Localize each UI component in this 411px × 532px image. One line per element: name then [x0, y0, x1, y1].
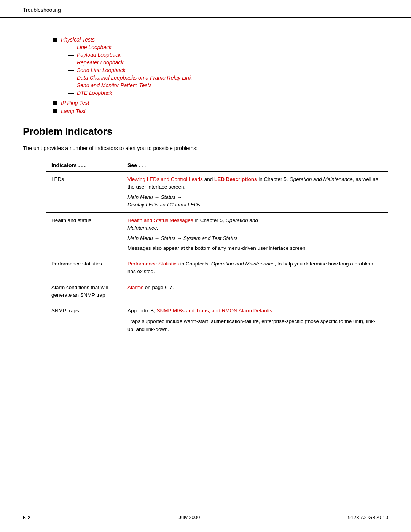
sub-list-item: — Send and Monitor Pattern Tests	[68, 82, 192, 88]
send-line-loopback-link[interactable]: Send Line Loopback	[77, 67, 126, 73]
dte-loopback-link[interactable]: DTE Loopback	[77, 90, 112, 96]
health-status-link[interactable]: Health and Status Messages	[127, 217, 193, 223]
section-heading: Problem Indicators	[23, 126, 388, 137]
dash-icon: —	[68, 90, 74, 96]
sub-list-item: — DTE Loopback	[68, 90, 192, 96]
dash-icon: —	[68, 52, 74, 58]
sub-list-item: — Line Loopback	[68, 44, 192, 50]
alarms-link[interactable]: Alarms	[127, 284, 143, 290]
sub-list-item: — Repeater Loopback	[68, 59, 192, 66]
sub-list-item: — Data Channel Loopbacks on a Frame Rela…	[68, 75, 192, 81]
see-cell: Performance Statistics in Chapter 5, Ope…	[122, 256, 388, 280]
indicator-cell: SNMP traps	[46, 303, 122, 337]
messages-note: Messages also appear at the bottom of an…	[127, 244, 382, 252]
data-channel-loopbacks-link[interactable]: Data Channel Loopbacks on a Frame Relay …	[77, 75, 192, 81]
list-item-physical-tests: Physical Tests — Line Loopback — Payload…	[53, 37, 388, 97]
led-descriptions-link[interactable]: LED Descriptions	[214, 176, 257, 182]
sub-list-item: — Send Line Loopback	[68, 67, 192, 73]
see-cell: Health and Status Messages in Chapter 5,…	[122, 213, 388, 256]
indicators-table: Indicators . . . See . . . LEDs Viewing …	[46, 159, 388, 337]
page-footer: 6-2 July 2000 9123-A2-GB20-10	[0, 514, 411, 521]
toc-bullet-list: Physical Tests — Line Loopback — Payload…	[53, 37, 388, 114]
and-text: and	[204, 176, 214, 182]
physical-tests-sub-list: — Line Loopback — Payload Loopback — Rep…	[68, 44, 192, 96]
bullet-icon	[53, 109, 57, 113]
table-row: LEDs Viewing LEDs and Control Leads and …	[46, 172, 388, 213]
see-cell: Alarms on page 6-7.	[122, 280, 388, 303]
indicator-cell: Performance statistics	[46, 256, 122, 280]
page-header: Troubleshooting	[0, 0, 411, 18]
page: Troubleshooting Physical Tests — Line Lo…	[0, 0, 411, 532]
list-item-ip-ping: IP Ping Test	[53, 100, 388, 106]
repeater-loopback-link[interactable]: Repeater Loopback	[77, 59, 123, 66]
footer-page-number: 6-2	[23, 514, 30, 521]
dash-icon: —	[68, 82, 74, 88]
header-title: Troubleshooting	[23, 7, 61, 13]
footer-date: July 2000	[179, 514, 200, 521]
table-row: Alarm conditions that will generate an S…	[46, 280, 388, 303]
list-item-lamp-test: Lamp Test	[53, 108, 388, 114]
send-monitor-pattern-link[interactable]: Send and Monitor Pattern Tests	[77, 82, 151, 88]
dash-icon: —	[68, 44, 74, 50]
see-cell: Appendix B, SNMP MIBs and Traps, and RMO…	[122, 303, 388, 337]
bullet-icon	[53, 101, 57, 105]
line-loopback-link[interactable]: Line Loopback	[77, 44, 112, 50]
lamp-test-link[interactable]: Lamp Test	[61, 108, 86, 114]
table-row: Performance statistics Performance Stati…	[46, 256, 388, 280]
col-indicators-header: Indicators . . .	[46, 159, 122, 172]
physical-tests-link[interactable]: Physical Tests	[61, 37, 95, 43]
table-row: Health and status Health and Status Mess…	[46, 213, 388, 256]
viewing-leds-link[interactable]: Viewing LEDs and Control Leads	[127, 176, 203, 182]
dash-icon: —	[68, 75, 74, 81]
footer-doc-number: 9123-A2-GB20-10	[348, 514, 388, 521]
indicator-cell: LEDs	[46, 172, 122, 213]
menu-path: Main Menu → Status → System and Test Sta…	[127, 235, 382, 242]
main-content: Physical Tests — Line Loopback — Payload…	[0, 18, 411, 532]
indicator-cell: Alarm conditions that will generate an S…	[46, 280, 122, 303]
snmp-traps-note: Traps supported include warm-start, auth…	[127, 318, 382, 333]
menu-path: Main Menu → Status →Display LEDs and Con…	[127, 193, 382, 209]
bullet-icon	[53, 38, 57, 42]
indicator-cell: Health and status	[46, 213, 122, 256]
perf-stats-link[interactable]: Performance Statistics	[127, 261, 179, 267]
page-ref: on page 6-7.	[145, 284, 174, 290]
see-cell: Viewing LEDs and Control Leads and LED D…	[122, 172, 388, 213]
payload-loopback-link[interactable]: Payload Loopback	[77, 52, 121, 58]
dash-icon: —	[68, 59, 74, 66]
appendix-ref: Appendix B,	[127, 308, 157, 313]
ip-ping-test-link[interactable]: IP Ping Test	[61, 100, 89, 106]
col-see-header: See . . .	[122, 159, 388, 172]
table-header-row: Indicators . . . See . . .	[46, 159, 388, 172]
period: .	[274, 308, 275, 313]
dash-icon: —	[68, 67, 74, 73]
sub-list-item: — Payload Loopback	[68, 52, 192, 58]
intro-paragraph: The unit provides a number of indicators…	[23, 145, 365, 151]
snmp-mibs-link[interactable]: SNMP MIBs and Traps, and RMON Alarm Defa…	[157, 308, 272, 313]
table-row: SNMP traps Appendix B, SNMP MIBs and Tra…	[46, 303, 388, 337]
